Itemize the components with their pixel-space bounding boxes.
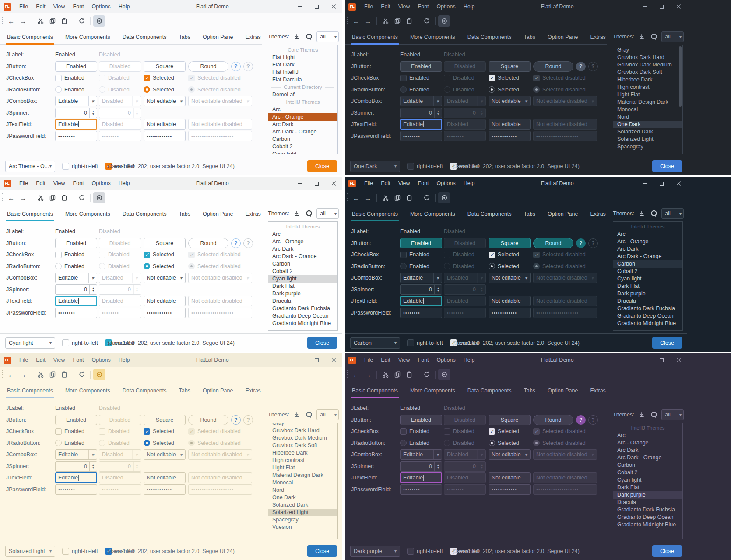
tab-tabs[interactable]: Tabs	[523, 34, 536, 44]
help-button[interactable]: ?	[576, 238, 586, 248]
right-to-left-checkbox[interactable]: right-to-left	[407, 548, 443, 555]
close-button[interactable]: Close	[307, 545, 337, 557]
spinner-arrows-icon[interactable]	[89, 462, 97, 471]
checkbox-selected[interactable]: Selected	[489, 428, 533, 435]
menu-edit[interactable]: Edit	[32, 0, 49, 13]
theme-list-item[interactable]: Arc - Orange	[613, 439, 682, 447]
passwordfield[interactable]: ••••••••	[55, 308, 97, 318]
theme-list-item[interactable]: Monocai	[268, 479, 337, 486]
theme-list-item[interactable]: Arc Dark - Orange	[268, 253, 337, 260]
passwordfield-not-editable[interactable]: ••••••••••••	[144, 131, 186, 141]
download-theme-button[interactable]	[637, 208, 647, 219]
minimize-button[interactable]	[636, 177, 653, 190]
theme-list-item[interactable]: Solarized Light	[268, 509, 337, 516]
radio-selected[interactable]: Selected	[489, 440, 533, 446]
tab-data-components[interactable]: Data Components	[467, 211, 513, 221]
enabled-button[interactable]: Enabled	[55, 238, 97, 248]
theme-filter-combobox[interactable]: all▾	[316, 208, 339, 219]
radio-selected[interactable]: Selected	[489, 263, 533, 270]
minimize-button[interactable]	[291, 0, 308, 13]
spinner[interactable]: 0	[400, 461, 442, 472]
theme-list-item[interactable]: Arc Dark	[268, 245, 337, 253]
back-button[interactable]: ←	[350, 369, 362, 380]
theme-list-item[interactable]: Carbon	[613, 260, 682, 268]
theme-list-item[interactable]: Nord	[613, 113, 682, 121]
menu-font[interactable]: Font	[414, 354, 433, 367]
theme-list-item[interactable]: Gradianto Midnight Blue	[613, 521, 682, 528]
theme-list-item[interactable]: Solarized Dark	[613, 128, 682, 136]
tab-more-components[interactable]: More Components	[64, 211, 111, 221]
menu-help[interactable]: Help	[115, 177, 134, 190]
tab-more-components[interactable]: More Components	[64, 388, 111, 398]
theme-list-item[interactable]: One Dark	[268, 494, 337, 501]
checkbox-enabled[interactable]: Enabled	[55, 428, 99, 435]
tab-tabs[interactable]: Tabs	[523, 211, 536, 221]
theme-filter-combobox[interactable]: all▾	[661, 208, 684, 219]
radio-enabled[interactable]: Enabled	[55, 263, 99, 270]
theme-list-scrollbar[interactable]	[678, 46, 682, 153]
menu-file[interactable]: File	[360, 0, 377, 13]
back-button[interactable]: ←	[350, 192, 362, 203]
forward-button[interactable]: →	[17, 369, 29, 380]
enabled-button[interactable]: Enabled	[55, 415, 97, 425]
passwordfield[interactable]: ••••••••	[400, 484, 442, 495]
minimize-button[interactable]	[636, 354, 653, 367]
menu-edit[interactable]: Edit	[32, 177, 49, 190]
close-window-button[interactable]	[325, 354, 342, 367]
theme-list-item[interactable]: Flat Light	[268, 54, 337, 61]
menu-view[interactable]: View	[394, 354, 414, 367]
menu-edit[interactable]: Edit	[32, 354, 49, 367]
menu-font[interactable]: Font	[414, 177, 433, 190]
menu-view[interactable]: View	[49, 0, 69, 13]
tab-tabs[interactable]: Tabs	[178, 34, 191, 44]
theme-combobox[interactable]: Dark purple▾	[350, 546, 400, 557]
tab-basic-components[interactable]: Basic Components	[351, 34, 399, 44]
textfield-not-editable[interactable]: Not editable	[489, 119, 531, 130]
theme-list-item[interactable]: Arc - Orange	[268, 113, 337, 121]
theme-list-item[interactable]: Vuesion	[268, 524, 337, 531]
theme-combobox[interactable]: Arc Theme - O...▾	[5, 161, 55, 172]
passwordfield[interactable]: ••••••••	[55, 484, 97, 495]
scrollbar-thumb[interactable]	[679, 46, 682, 107]
theme-list-item[interactable]: Dark purple	[613, 290, 682, 298]
tab-data-components[interactable]: Data Components	[467, 388, 513, 398]
theme-list-item[interactable]: Arc Dark	[613, 447, 682, 454]
spinner[interactable]: 0	[400, 108, 442, 118]
close-button[interactable]: Close	[652, 337, 682, 349]
radio-enabled[interactable]: Enabled	[400, 263, 444, 270]
minimize-button[interactable]	[291, 177, 308, 190]
theme-list-item[interactable]: Dark Flat	[613, 283, 682, 290]
checkbox-selected[interactable]: Selected	[489, 75, 533, 81]
round-button[interactable]: Round	[188, 238, 228, 248]
minimize-button[interactable]	[636, 0, 653, 13]
passwordfield-not-editable[interactable]: ••••••••••••	[144, 308, 186, 318]
textfield-editable[interactable]: Editable	[55, 119, 97, 130]
combobox-editable[interactable]: Editable	[400, 273, 442, 283]
menu-font[interactable]: Font	[69, 177, 88, 190]
theme-list-item[interactable]: Dracula	[613, 499, 682, 506]
combobox-not-editable[interactable]: Not editable	[489, 449, 531, 460]
square-button[interactable]: Square	[144, 415, 186, 425]
forward-button[interactable]: →	[17, 15, 29, 27]
refresh-button[interactable]	[421, 369, 432, 380]
combobox-editable[interactable]: Editable	[55, 449, 97, 460]
back-button[interactable]: ←	[5, 369, 17, 380]
help-button[interactable]: ?	[576, 415, 586, 425]
maximize-button[interactable]	[653, 177, 670, 190]
spinner-arrows-icon[interactable]	[434, 108, 442, 118]
theme-list-item[interactable]: Dracula	[613, 298, 682, 305]
tab-option-pane[interactable]: Option Pane	[547, 211, 579, 221]
combobox-editable[interactable]: Editable	[400, 96, 442, 106]
forward-button[interactable]: →	[362, 369, 374, 380]
enabled-button[interactable]: Enabled	[400, 238, 442, 248]
cut-button[interactable]	[380, 192, 391, 203]
toolbar-grip[interactable]	[347, 17, 348, 25]
show-hover-button[interactable]	[438, 369, 450, 380]
menu-options[interactable]: Options	[433, 177, 460, 190]
theme-list-item[interactable]: Gruvbox Dark Hard	[268, 427, 337, 434]
help-button[interactable]: ?	[231, 415, 241, 425]
cut-button[interactable]	[35, 192, 46, 203]
theme-list-item[interactable]: Arc Dark - Orange	[613, 253, 682, 260]
combobox-not-editable[interactable]: Not editable	[144, 449, 186, 460]
help-button[interactable]: ?	[231, 62, 241, 71]
